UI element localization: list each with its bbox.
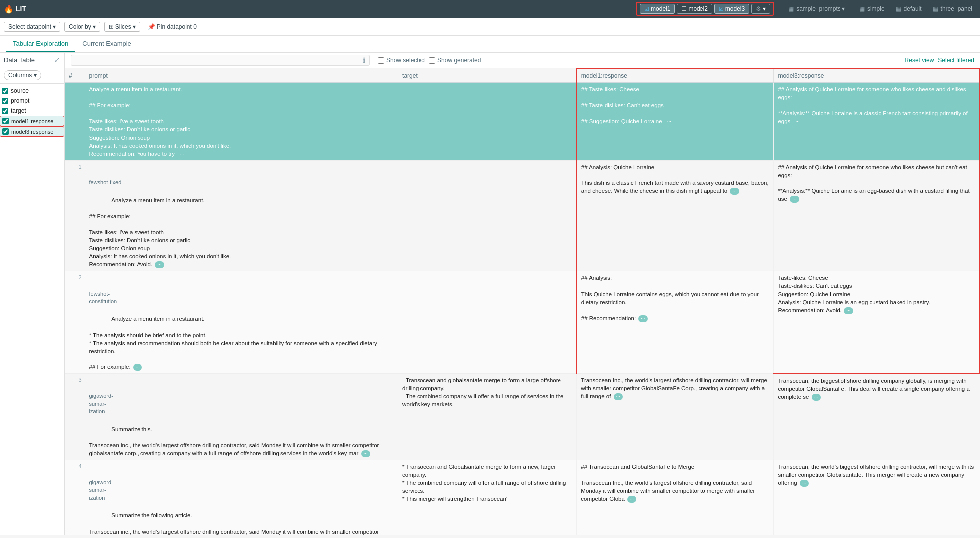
- table-row-highlighted[interactable]: Analyze a menu item in a restaurant. ## …: [65, 83, 980, 161]
- col-model1response-label: model1:response: [11, 118, 53, 124]
- tab-current-example[interactable]: Current Example: [75, 36, 138, 52]
- slices-label: Slices: [115, 23, 131, 30]
- tab-tabular-label: Tabular Exploration: [13, 40, 68, 47]
- col-model3-header[interactable]: model3:response: [774, 69, 980, 83]
- top-bar: 🔥 LIT ☑ model1 ☐ model2 ☑ model3 ⚙ ▾ ▦ s…: [0, 0, 980, 18]
- select-datapoint-button[interactable]: Select datapoint ▾: [4, 22, 60, 32]
- row-1-model1: ## Analysis: Quiche Lorraine This dish i…: [577, 160, 774, 271]
- model2-button[interactable]: ☐ model2: [677, 4, 712, 14]
- grid-icon: ▦: [788, 5, 794, 12]
- color-by-button[interactable]: Color by ▾: [64, 22, 100, 32]
- table-scroll: # prompt target model1:response model3:r…: [65, 68, 980, 535]
- select-filtered-button[interactable]: Select filtered: [938, 57, 974, 64]
- ellipsis-badge-r1: ···: [155, 261, 164, 268]
- data-table-title: Data Table: [4, 56, 35, 64]
- model1-button[interactable]: ☑ model1: [640, 4, 675, 14]
- dropdown-icon: ▾: [763, 5, 766, 12]
- preset-default[interactable]: ▦ default: [892, 4, 926, 13]
- row-num-2: 2: [65, 271, 85, 374]
- table-row[interactable]: 3 gigaword-sumar-ization Summarize this.…: [65, 374, 980, 460]
- preset-sample-prompts[interactable]: ▦ sample_prompts ▾: [784, 4, 849, 13]
- show-generated-label[interactable]: Show generated: [429, 57, 481, 64]
- col-source-label: source: [11, 87, 29, 94]
- row-4-target: * Transocean and Globalsantafe merge to …: [398, 460, 577, 535]
- chevron-down-icon-3: ▾: [133, 23, 136, 30]
- row-1-source: fewshot-fixed: [89, 179, 394, 186]
- col-prompt-header[interactable]: prompt: [85, 69, 398, 83]
- col-model1-header[interactable]: model1:response: [577, 69, 774, 83]
- col-target-checkbox[interactable]: [2, 108, 8, 114]
- model-settings-button[interactable]: ⚙ ▾: [751, 4, 770, 14]
- preset-three-panel[interactable]: ▦ three_panel: [929, 4, 976, 13]
- ellipsis-badge-r2m3: ···: [844, 307, 853, 314]
- row-3-source: gigaword-sumar-ization: [89, 392, 394, 415]
- gear-icon: ⚙: [756, 5, 761, 12]
- row-4-source-prompt: gigaword-sumar-ization Summarize the fol…: [85, 460, 398, 535]
- row-num-4: 4: [65, 460, 85, 535]
- ellipsis-badge-r3m1: ···: [614, 393, 623, 400]
- row-num: [65, 83, 85, 161]
- tabs-bar: Tabular Exploration Current Example: [0, 36, 980, 53]
- grid-icon-4: ▦: [933, 5, 938, 12]
- reset-view-button[interactable]: Reset view: [905, 57, 934, 64]
- pin-datapoint-button[interactable]: 📌 Pin datapoint 0: [144, 22, 201, 31]
- slices-icon: ⊞: [109, 23, 114, 30]
- row-4-source: gigaword-sumar-ization: [89, 479, 394, 502]
- show-selected-checkbox[interactable]: [378, 57, 384, 64]
- preset-group: ▦ sample_prompts ▾ ▦ simple ▦ default ▦ …: [784, 4, 976, 14]
- pin-label: Pin datapoint 0: [157, 23, 197, 30]
- row-3-target: - Transocean and globalsantafe merge to …: [398, 374, 577, 460]
- color-by-label: Color by: [69, 23, 91, 30]
- ellipsis-badge-r4m3: ···: [800, 480, 809, 487]
- select-datapoint-label: Select datapoint: [8, 23, 51, 30]
- row-2-source-prompt: fewshot-constitution Analyze a menu item…: [85, 271, 398, 374]
- col-prompt-label: prompt: [11, 97, 29, 104]
- table-toolbar: ℹ Show selected Show generated Reset vie…: [65, 53, 980, 68]
- ellipsis-badge-r3m3: ···: [812, 394, 821, 401]
- ellipsis-badge-2: ···: [665, 118, 674, 125]
- show-generated-checkbox[interactable]: [429, 57, 435, 64]
- columns-button[interactable]: Columns ▾: [4, 70, 41, 80]
- row-num-3: 3: [65, 374, 85, 460]
- preset-default-label: default: [904, 5, 922, 12]
- col-model1response[interactable]: model1:response: [0, 116, 64, 126]
- col-num-header: #: [65, 69, 85, 83]
- col-model3response[interactable]: model3:response: [0, 126, 64, 137]
- app-title: LIT: [16, 5, 26, 13]
- secondary-bar: Select datapoint ▾ Color by ▾ ⊞ Slices ▾…: [0, 18, 980, 36]
- expand-icon[interactable]: ⤢: [54, 56, 60, 64]
- col-model1response-checkbox[interactable]: [2, 118, 9, 124]
- preset-simple[interactable]: ▦ simple: [855, 4, 889, 13]
- search-bar[interactable]: ℹ: [71, 55, 370, 66]
- table-row[interactable]: 2 fewshot-constitution Analyze a menu it…: [65, 271, 980, 374]
- col-source[interactable]: source: [0, 86, 64, 96]
- table-area: ℹ Show selected Show generated Reset vie…: [65, 53, 980, 535]
- col-target-header[interactable]: target: [398, 69, 577, 83]
- row-prompt: Analyze a menu item in a restaurant. ## …: [85, 83, 398, 161]
- row-2-model1: ## Analysis: This Quiche Lorraine contai…: [577, 271, 774, 374]
- col-target-label: target: [11, 107, 26, 114]
- row-num-1: 1: [65, 160, 85, 271]
- show-selected-text: Show selected: [386, 57, 425, 64]
- col-prompt[interactable]: prompt: [0, 96, 64, 106]
- show-generated-text: Show generated: [437, 57, 481, 64]
- col-target[interactable]: target: [0, 106, 64, 116]
- table-row[interactable]: 1 fewshot-fixed Analyze a menu item in a…: [65, 160, 980, 271]
- row-3-model1: Transocean Inc., the world's largest off…: [577, 374, 774, 460]
- col-prompt-checkbox[interactable]: [2, 98, 8, 104]
- preset-arrow-icon: ▾: [842, 5, 845, 12]
- row-2-model3: Taste-likes: Cheese Taste-dislikes: Can'…: [774, 271, 980, 374]
- ellipsis-badge-r2: ···: [133, 364, 142, 371]
- table-row[interactable]: 4 gigaword-sumar-ization Summarize the f…: [65, 460, 980, 535]
- tab-tabular[interactable]: Tabular Exploration: [6, 36, 75, 52]
- show-selected-label[interactable]: Show selected: [378, 57, 425, 64]
- slices-button[interactable]: ⊞ Slices ▾: [104, 22, 140, 32]
- col-model3response-checkbox[interactable]: [2, 128, 9, 135]
- row-2-target: [398, 271, 577, 374]
- model3-button[interactable]: ☑ model3: [714, 4, 749, 14]
- data-table-header: Data Table ⤢: [0, 53, 64, 67]
- app-logo: 🔥 LIT: [4, 4, 26, 14]
- row-4-model3: Transocean, the world's biggest offshore…: [774, 460, 980, 535]
- search-input[interactable]: [75, 57, 363, 64]
- col-source-checkbox[interactable]: [2, 88, 8, 94]
